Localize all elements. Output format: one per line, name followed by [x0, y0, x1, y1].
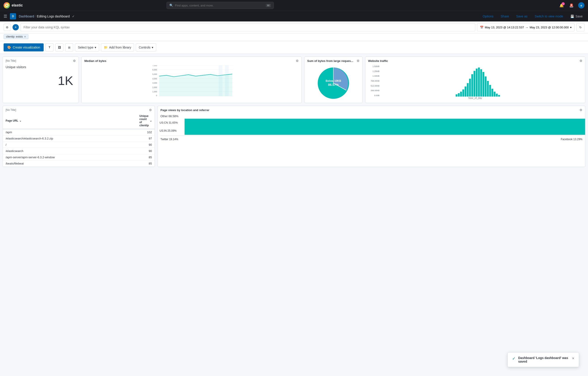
hamburger-menu-icon[interactable]: ☰: [4, 14, 7, 19]
panel-gear-button[interactable]: ⚙: [579, 108, 582, 112]
chevron-down-icon: ▾: [95, 46, 96, 49]
svg-rect-33: [460, 92, 462, 97]
create-viz-label: Create visualization: [13, 46, 40, 49]
filter-tags-bar: clientip: exists ×: [0, 33, 588, 41]
usin-label: US:IN 25.09%: [158, 129, 185, 132]
svg-rect-46: [489, 85, 491, 97]
column-url-label: Page URL: [6, 119, 18, 122]
table-row: /elasticsearch/elasticsearch-6.3.2.zip 9…: [3, 136, 155, 142]
median-bytes-title: Median of bytes: [84, 59, 106, 63]
column-header-count[interactable]: Unique count of clientip ⌄: [137, 113, 155, 129]
url-cell: /apm: [3, 129, 137, 135]
panel-gear-button[interactable]: ⚙: [357, 59, 359, 63]
website-traffic-chart: 1.50MB 1.25MB 1.00MB 768.00KB 512.00KB 2…: [368, 65, 582, 97]
svg-text:1,000: 1,000: [152, 91, 157, 93]
svg-text:Below 10KB: Below 10KB: [326, 79, 341, 83]
website-traffic-title: Website traffic: [368, 59, 388, 63]
svg-rect-36: [467, 83, 469, 97]
controls-icon-button[interactable]: ⊞: [65, 43, 73, 52]
svg-text:3,000: 3,000: [152, 82, 157, 84]
elastic-logo[interactable]: elastic: [4, 2, 23, 9]
svg-rect-43: [483, 72, 484, 97]
kql-search-input[interactable]: [21, 23, 475, 31]
notification-bell-icon[interactable]: 🔔 1: [558, 2, 565, 9]
create-viz-icon: 🎨: [7, 46, 11, 49]
controls-button[interactable]: Controls ▾: [136, 43, 156, 52]
svg-text:2,000: 2,000: [152, 86, 157, 89]
filter-options-button[interactable]: ⚙: [4, 24, 11, 31]
date-from: May 13, 2023 @ 14:13:22.537: [485, 26, 524, 29]
date-range-button[interactable]: 📅 May 13, 2023 @ 14:13:22.537 → May 23, …: [477, 23, 575, 31]
add-filter-button[interactable]: +: [12, 24, 19, 31]
arrow-icon: →: [525, 26, 528, 29]
nav-icons: 🔔 1 🚨 e: [558, 2, 584, 9]
table-row: /apm-server/apm-server-6.3.2-window 85: [3, 154, 155, 160]
share-button[interactable]: Share: [499, 14, 511, 19]
text-tool-button[interactable]: T: [45, 43, 54, 52]
y-label: 768.00KB: [368, 80, 380, 82]
table-row: /elasticsearch 90: [3, 148, 155, 154]
filter-tag-label: clientip: exists: [6, 35, 23, 38]
header-actions: Options Share Save as Switch to view mod…: [481, 14, 584, 19]
url-cell: /: [3, 142, 137, 148]
svg-text:4,000: 4,000: [152, 78, 157, 80]
breadcrumb-dashboard-link[interactable]: Dashboard: [19, 15, 34, 18]
table-row: /beats/filebeat 85: [3, 160, 155, 167]
calendar-icon: 📅: [480, 26, 483, 29]
date-to: May 23, 2023 @ 12:00:00.000: [530, 26, 569, 29]
panel-gear-button[interactable]: ⚙: [149, 108, 152, 112]
median-bytes-chart: 7,000 6,000 5,000 4,000 3,000 2,000 1,00…: [86, 65, 297, 97]
refresh-icon: ↻: [579, 26, 582, 29]
library-icon: 📁: [104, 46, 108, 49]
chevron-down-icon: ▾: [152, 46, 153, 49]
toast-check-icon: ✓: [512, 356, 515, 361]
sum-bytes-chart: Below 10KB 86.57%: [307, 65, 359, 101]
alert-icon[interactable]: 🚨: [568, 2, 575, 9]
usin-bar-row: US:IN 25.09%: [158, 127, 585, 135]
svg-text:0: 0: [156, 94, 157, 97]
dashboard-badge: D: [10, 13, 16, 20]
count-cell: 102: [137, 129, 155, 135]
y-label: 1.50MB: [368, 65, 380, 68]
usin-bar: [185, 127, 585, 135]
options-button[interactable]: Options: [481, 14, 495, 19]
uscn-bar-row: US:CN 31.65%: [158, 119, 585, 127]
save-button[interactable]: 💾 Save: [568, 14, 584, 19]
user-avatar[interactable]: e: [578, 2, 584, 9]
panel-gear-button[interactable]: ⚙: [296, 59, 299, 63]
svg-rect-50: [498, 95, 500, 97]
select-type-label: Select type: [78, 46, 93, 49]
svg-rect-31: [456, 94, 457, 97]
y-label: 1.00MB: [368, 75, 380, 77]
create-visualization-button[interactable]: 🎨 Create visualization: [4, 43, 44, 52]
svg-rect-32: [458, 93, 460, 97]
dashboard-toolbar: 🎨 Create visualization T 🖼 ⊞ Select type…: [0, 41, 588, 54]
svg-rect-39: [474, 71, 475, 97]
save-as-button[interactable]: Save as: [514, 14, 529, 19]
global-search-bar[interactable]: 🔍 ⌘/: [166, 2, 274, 9]
url-table: Page URL ⌄ Unique count of clientip ⌄ /a…: [3, 113, 155, 167]
svg-rect-49: [496, 94, 498, 97]
unique-visitors-value: 1K: [6, 69, 76, 90]
toast-close-button[interactable]: ×: [572, 356, 574, 361]
dashboard-row-2: [No Title] ⚙ Page URL ⌄ Unique count of …: [3, 106, 585, 167]
dashboard-canvas: [No Title] ⚙ Unique visitors 1K Median o…: [0, 54, 588, 376]
global-search-input[interactable]: [175, 4, 264, 7]
elastic-logo-icon: [4, 2, 10, 9]
top-navigation: elastic 🔍 ⌘/ 🔔 1 🚨 e: [0, 0, 588, 11]
switch-mode-button[interactable]: Switch to view mode: [533, 14, 565, 19]
svg-rect-45: [487, 81, 489, 97]
image-tool-button[interactable]: 🖼: [55, 43, 63, 52]
panel-gear-button[interactable]: ⚙: [579, 59, 582, 63]
column-header-url[interactable]: Page URL ⌄: [3, 113, 137, 129]
select-type-button[interactable]: Select type ▾: [75, 43, 99, 52]
url-cell: /apm-server/apm-server-6.3.2-window: [3, 154, 137, 160]
elastic-logo-text: elastic: [12, 3, 23, 7]
panel-gear-button[interactable]: ⚙: [73, 59, 76, 63]
add-from-library-button[interactable]: 📁 Add from library: [101, 43, 134, 52]
filter-tag: clientip: exists ×: [4, 34, 28, 39]
y-label: 0.00B: [368, 94, 380, 97]
svg-rect-41: [478, 68, 480, 97]
refresh-button[interactable]: ↻: [576, 23, 584, 31]
filter-tag-remove-button[interactable]: ×: [24, 35, 26, 38]
